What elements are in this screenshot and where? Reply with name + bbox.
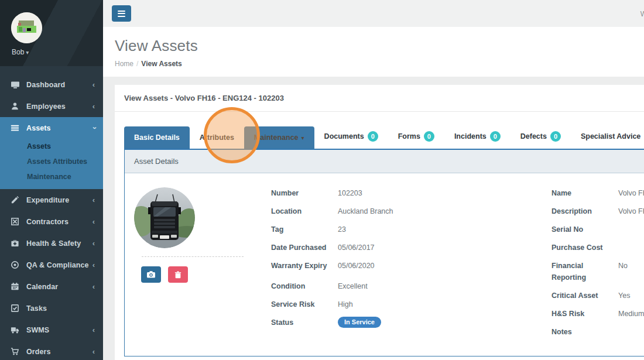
sidebar-item-health-safety[interactable]: Health & Safety‹: [0, 232, 103, 254]
breadcrumb-separator: /: [136, 60, 138, 68]
chevron-left-icon: ‹: [93, 347, 95, 356]
photo-divider: [142, 256, 244, 257]
field-row-date-purchased: Date Purchased05/06/2017: [271, 242, 551, 253]
tabs-row: Basic DetailsAttributesMaintenance▾Docum…: [124, 124, 644, 149]
sidebar-item-label: Assets: [26, 124, 93, 132]
sidebar-subitem-assets-attributes[interactable]: Assets Attributes: [0, 154, 103, 169]
sidebar-item-label: Health & Safety: [26, 239, 93, 248]
field-row-tag: Tag23: [271, 224, 551, 235]
sidebar-item-label: Contractors: [26, 218, 93, 226]
tab-forms[interactable]: Forms0: [388, 124, 444, 149]
tab-count-badge: 0: [368, 131, 378, 142]
field-row-serial-no: Serial No: [551, 224, 644, 235]
sidebar-item-employees[interactable]: Employees‹: [0, 95, 103, 117]
sidebar-header: Bob▾: [0, 0, 103, 66]
field-label: Critical Asset: [551, 290, 610, 301]
monitor-icon: [11, 80, 20, 90]
field-label: Financial Reporting: [551, 260, 610, 283]
delete-photo-button[interactable]: [168, 266, 188, 283]
chevron-left-icon: ‹: [93, 282, 95, 291]
sidebar-nav: Dashboard‹Employees‹Assets‹AssetsAssets …: [0, 66, 103, 360]
box-x-icon: [11, 217, 20, 227]
field-row-status: StatusIn Service: [271, 317, 551, 328]
field-label: Description: [551, 205, 610, 217]
field-row-critical-asset: Critical AssetYes: [551, 290, 644, 301]
tab-specialist-advice[interactable]: Specialist Advice0: [571, 124, 644, 149]
field-label: Serial No: [551, 224, 610, 235]
field-label: Date Purchased: [271, 242, 338, 253]
sidebar-item-label: Calendar: [26, 283, 93, 291]
sidebar-subitem-maintenance[interactable]: Maintenance: [0, 169, 103, 184]
field-value: Yes: [618, 290, 630, 301]
photo-actions: [141, 266, 271, 283]
field-label: Location: [271, 205, 338, 217]
user-avatar[interactable]: [11, 12, 42, 43]
asset-fields-left: Number102203LocationAuckland BranchTag23…: [271, 187, 551, 335]
topbar: W: [103, 0, 644, 27]
chevron-left-icon: ‹: [93, 80, 95, 89]
avatar-image: [11, 12, 42, 43]
sidebar-group-assets: Assets‹AssetsAssets AttributesMaintenanc…: [0, 117, 103, 189]
asset-details-body: Number102203LocationAuckland BranchTag23…: [125, 173, 644, 356]
field-label: Service Risk: [271, 299, 338, 310]
tab-label: Specialist Advice: [581, 132, 640, 140]
sidebar-item-orders[interactable]: Orders‹: [0, 341, 103, 360]
sidebar-item-assets[interactable]: Assets‹: [0, 117, 103, 139]
truck-photo-image: [134, 187, 195, 248]
breadcrumb-current: View Assets: [141, 60, 181, 68]
sidebar-item-expenditure[interactable]: Expenditure‹: [0, 189, 103, 211]
field-value: 05/06/2020: [338, 260, 375, 272]
caret-down-icon: ▾: [302, 135, 304, 141]
tab-defects[interactable]: Defects0: [511, 124, 571, 149]
chevron-left-icon: ‹: [93, 102, 95, 111]
tab-incidents[interactable]: Incidents0: [444, 124, 511, 149]
list-icon: [11, 124, 20, 133]
field-row-h-s-risk: H&S RiskMedium: [551, 308, 644, 320]
calendar-icon: [11, 282, 20, 292]
field-row-name: NameVolvo FH16: [551, 187, 644, 199]
upload-photo-button[interactable]: [141, 266, 161, 283]
asset-fields-right: NameVolvo FH16DescriptionVolvo FH16Seria…: [551, 187, 644, 344]
asset-card-title: View Assets - Volvo FH16 - ENG124 - 1022…: [115, 85, 644, 112]
chevron-left-icon: ‹: [93, 196, 95, 204]
check-square-icon: [11, 304, 20, 313]
field-label: Status: [271, 317, 338, 328]
medkit-icon: [11, 239, 20, 248]
sidebar-item-label: Dashboard: [26, 81, 93, 89]
field-row-number: Number102203: [271, 187, 551, 199]
page-header: View Assets Home/View Assets: [103, 27, 644, 77]
sidebar-item-swms[interactable]: SWMS‹: [0, 319, 103, 341]
breadcrumb-home-link[interactable]: Home: [115, 60, 133, 68]
field-row-warranty-expiry: Warranty Expiry05/06/2020: [271, 260, 551, 272]
status-badge: In Service: [338, 317, 381, 328]
user-menu[interactable]: Bob▾: [12, 48, 29, 56]
panel-spacer: [124, 356, 644, 360]
sidebar-item-dashboard[interactable]: Dashboard‹: [0, 74, 103, 95]
sidebar-item-calendar[interactable]: Calendar‹: [0, 276, 103, 297]
user-name: Bob: [12, 48, 24, 56]
sidebar-toggle-button[interactable]: [112, 5, 131, 22]
field-row-description: DescriptionVolvo FH16: [551, 205, 644, 217]
field-row-location: LocationAuckland Branch: [271, 205, 551, 217]
sidebar-item-qa-compliance[interactable]: QA & Compliance‹: [0, 254, 103, 276]
tab-label: Documents: [324, 132, 364, 140]
sidebar-item-tasks[interactable]: Tasks: [0, 297, 103, 319]
chevron-left-icon: ‹: [93, 325, 95, 334]
field-label: Tag: [271, 224, 338, 235]
sidebar-item-contractors[interactable]: Contractors‹: [0, 211, 103, 232]
sidebar-subitem-assets[interactable]: Assets: [0, 139, 103, 154]
field-label: H&S Risk: [551, 308, 610, 320]
asset-photo-column: [134, 187, 271, 283]
tab-label: Basic Details: [134, 133, 180, 142]
tab-label: Attributes: [200, 133, 234, 142]
chevron-left-icon: ‹: [93, 239, 95, 248]
tab-basic-details[interactable]: Basic Details: [124, 126, 190, 149]
tab-attributes[interactable]: Attributes: [190, 126, 244, 149]
tab-documents[interactable]: Documents0: [314, 124, 388, 149]
field-label: Number: [271, 187, 338, 199]
tab-maintenance[interactable]: Maintenance▾: [244, 126, 314, 149]
trash-icon: [174, 270, 182, 279]
tab-label: Defects: [520, 132, 547, 140]
person-icon: [11, 102, 20, 111]
field-value: No: [618, 260, 628, 272]
